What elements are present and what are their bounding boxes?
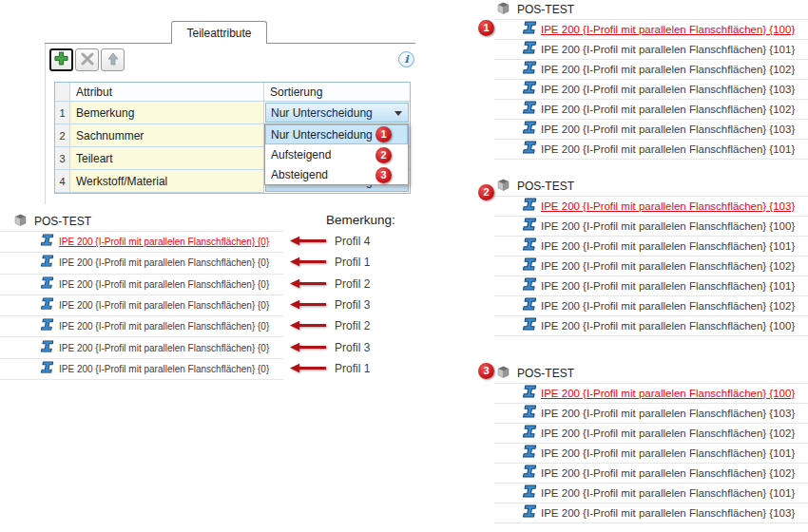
info-icon[interactable]: i [398, 51, 414, 67]
ibeam-profile-icon [522, 384, 537, 403]
ibeam-profile-icon [522, 404, 537, 423]
ibeam-profile-icon [522, 504, 537, 522]
tree-root-row[interactable]: POS-TEST [0, 212, 283, 231]
header-sortierung: Sortierung [264, 83, 410, 102]
result-tree-1: POS-TEST IPE 200 {I-Profil mit parallele… [494, 0, 808, 160]
tree-item-label: IPE 200 {I-Profil mit parallelen Flansch… [541, 240, 795, 252]
tree-item-label: IPE 200 {I-Profil mit parallelen Flansch… [541, 280, 795, 292]
tree-item-label: IPE 200 {I-Profil mit parallelen Flansch… [59, 279, 269, 290]
tree-item[interactable]: IPE 200 {I-Profil mit parallelen Flansch… [494, 217, 808, 237]
tab-teileattribute[interactable]: Teileattribute [171, 21, 267, 44]
tree-item[interactable]: IPE 200 {I-Profil mit parallelen Flansch… [494, 40, 808, 60]
tree-root-row[interactable]: POS-TEST [494, 0, 808, 19]
ibeam-profile-icon [40, 254, 54, 272]
tree-item[interactable]: IPE 200 {I-Profil mit parallelen Flansch… [0, 337, 283, 358]
annotation-badge-2: 2 [375, 147, 392, 163]
tree-item-label: IPE 200 {I-Profil mit parallelen Flansch… [541, 320, 795, 332]
tree-root-label: POS-TEST [517, 3, 574, 16]
tree-root-row[interactable]: POS-TEST [494, 177, 808, 196]
annotation-row: Profil 1 [290, 358, 433, 379]
tree-item[interactable]: IPE 200 {I-Profil mit parallelen Flansch… [494, 424, 808, 444]
delete-x-icon [81, 52, 94, 68]
tree-item[interactable]: IPE 200 {I-Profil mit parallelen Flansch… [494, 316, 808, 336]
tree-root-row[interactable]: POS-TEST [494, 364, 808, 383]
ibeam-profile-icon [522, 424, 537, 443]
row-number: 3 [55, 147, 70, 170]
ibeam-profile-icon [522, 464, 537, 483]
attribut-cell[interactable]: Werkstoff/Material [70, 170, 264, 193]
add-attribute-button[interactable] [49, 48, 73, 71]
tree-item[interactable]: IPE 200 {I-Profil mit parallelen Flansch… [494, 484, 808, 504]
tree-item[interactable]: IPE 200 {I-Profil mit parallelen Flansch… [494, 444, 808, 464]
ibeam-profile-icon [522, 256, 537, 276]
arrow-left-icon [290, 233, 326, 250]
tree-item[interactable]: IPE 200 {I-Profil mit parallelen Flansch… [0, 316, 283, 337]
ibeam-profile-icon [40, 296, 54, 314]
ibeam-profile-icon [522, 197, 537, 216]
tree-item-label: IPE 200 {I-Profil mit parallelen Flansch… [59, 364, 269, 374]
tree-item-label: IPE 200 {I-Profil mit parallelen Flansch… [541, 507, 795, 519]
tree-item-label: IPE 200 {I-Profil mit parallelen Flansch… [541, 84, 795, 95]
tree-item[interactable]: IPE 200 {I-Profil mit parallelen Flansch… [0, 253, 283, 274]
annotation-row: Profil 3 [290, 294, 433, 315]
tree-item-label: IPE 200 {I-Profil mit parallelen Flansch… [541, 300, 795, 312]
tree-item-label: IPE 200 {I-Profil mit parallelen Flansch… [541, 408, 795, 419]
header-attribut: Attribut [70, 83, 264, 102]
attribut-cell[interactable]: Bemerkung [70, 102, 264, 124]
ibeam-profile-icon [522, 120, 537, 139]
sortierung-combobox-open[interactable]: Nur Unterscheidung [265, 103, 409, 123]
annotation-badge-1: 1 [375, 126, 392, 142]
tree-item-label: IPE 200 {I-Profil mit parallelen Flansch… [541, 124, 795, 135]
tree-item[interactable]: IPE 200 {I-Profil mit parallelen Flansch… [494, 404, 808, 424]
tree-item-label: IPE 200 {I-Profil mit parallelen Flansch… [59, 257, 269, 268]
arrow-left-icon [290, 360, 326, 377]
ibeam-profile-icon [522, 296, 537, 315]
tree-item[interactable]: IPE 200 {I-Profil mit parallelen Flansch… [494, 60, 808, 80]
tree-item[interactable]: IPE 200 {I-Profil mit parallelen Flansch… [0, 275, 283, 295]
tree-item[interactable]: IPE 200 {I-Profil mit parallelen Flansch… [494, 120, 808, 140]
tree-item[interactable]: IPE 200 {I-Profil mit parallelen Flansch… [494, 237, 808, 256]
option-label: Absteigend [271, 168, 328, 181]
tree-item[interactable]: IPE 200 {I-Profil mit parallelen Flansch… [494, 276, 808, 296]
tree-item[interactable]: IPE 200 {I-Profil mit parallelen Flansch… [494, 464, 808, 484]
attribut-cell[interactable]: Sachnummer [70, 124, 264, 147]
tree-item[interactable]: IPE 200 {I-Profil mit parallelen Flansch… [0, 359, 283, 380]
table-row: 1 Bemerkung Nur Unterscheidung [55, 102, 410, 124]
tree-item-label: IPE 200 {I-Profil mit parallelen Flansch… [59, 300, 269, 311]
ibeam-profile-icon [522, 444, 537, 463]
ibeam-profile-icon [522, 237, 537, 256]
annotation-label: Profil 3 [335, 298, 370, 312]
result-tree-2: POS-TEST IPE 200 {I-Profil mit parallele… [494, 177, 808, 336]
delete-attribute-button[interactable] [75, 48, 99, 71]
tree-item-label: IPE 200 {I-Profil mit parallelen Flansch… [541, 24, 795, 35]
tree-item[interactable]: IPE 200 {I-Profil mit parallelen Flansch… [494, 296, 808, 316]
ibeam-profile-icon [522, 80, 537, 99]
tree-item[interactable]: IPE 200 {I-Profil mit parallelen Flansch… [494, 100, 808, 120]
tree-item[interactable]: IPE 200 {I-Profil mit parallelen Flansch… [494, 20, 808, 40]
tree-item-label: IPE 200 {I-Profil mit parallelen Flansch… [541, 260, 795, 272]
dropdown-option-aufsteigend[interactable]: Aufsteigend 2 [265, 144, 408, 164]
tree-items: IPE 200 {I-Profil mit parallelen Flansch… [0, 231, 283, 380]
tree-item[interactable]: IPE 200 {I-Profil mit parallelen Flansch… [494, 256, 808, 276]
move-up-button[interactable] [101, 48, 125, 71]
left-part-tree: POS-TEST IPE 200 {I-Profil mit parallele… [0, 212, 283, 380]
tree-item[interactable]: IPE 200 {I-Profil mit parallelen Flansch… [494, 504, 808, 523]
tree-item[interactable]: IPE 200 {I-Profil mit parallelen Flansch… [0, 295, 283, 316]
dropdown-option-absteigend[interactable]: Absteigend 3 [265, 164, 408, 184]
tree-item[interactable]: IPE 200 {I-Profil mit parallelen Flansch… [494, 197, 808, 217]
tree-item[interactable]: IPE 200 {I-Profil mit parallelen Flansch… [494, 140, 808, 160]
tree-item[interactable]: IPE 200 {I-Profil mit parallelen Flansch… [0, 232, 283, 253]
ibeam-profile-icon [40, 360, 54, 378]
attribut-cell[interactable]: Teileart [70, 147, 264, 170]
result-badge-1: 1 [478, 20, 494, 36]
dropdown-option-nur-unterscheidung[interactable]: Nur Unterscheidung 1 [265, 124, 408, 144]
annotation-label: Profil 1 [335, 362, 370, 375]
assembly-icon [495, 1, 511, 19]
ibeam-profile-icon [522, 217, 537, 236]
tree-item-label: IPE 200 {I-Profil mit parallelen Flansch… [541, 200, 795, 212]
tree-item-label: IPE 200 {I-Profil mit parallelen Flansch… [541, 64, 795, 75]
row-number: 4 [55, 170, 70, 193]
ibeam-profile-icon [522, 316, 537, 335]
tree-item[interactable]: IPE 200 {I-Profil mit parallelen Flansch… [494, 80, 808, 100]
tree-item[interactable]: IPE 200 {I-Profil mit parallelen Flansch… [494, 384, 808, 404]
